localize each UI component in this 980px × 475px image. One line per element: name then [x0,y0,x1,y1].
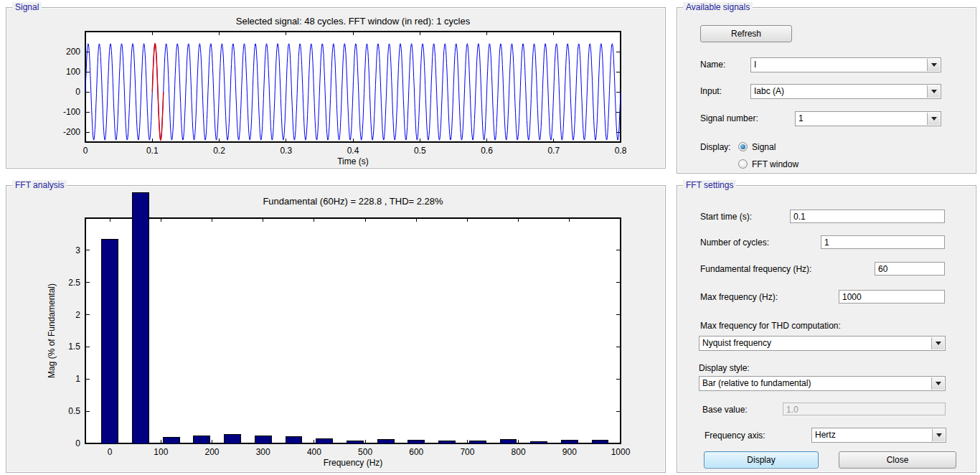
svg-text:0.5: 0.5 [68,406,80,416]
svg-text:200: 200 [66,47,80,57]
fundamental-frequency-label: Fundamental frequency (Hz): [700,264,811,274]
fundamental-frequency-input[interactable]: 60 [875,262,945,276]
svg-text:600: 600 [409,447,423,457]
close-button-label: Close [887,455,909,465]
svg-text:-100: -100 [63,107,80,117]
thd-max-frequency-dropdown-value: Nyquist frequency [702,338,771,348]
refresh-button[interactable]: Refresh [700,25,792,42]
svg-text:-200: -200 [63,127,80,137]
input-label: Input: [700,86,722,96]
signal-number-label: Signal number: [700,113,758,123]
max-frequency-input[interactable]: 1000 [839,290,945,304]
signal-number-dropdown-value: 1 [798,113,804,123]
signal-panel: Signal 00.10.20.30.40.50.60.70.8-200-100… [6,7,666,169]
svg-text:Time (s): Time (s) [337,156,369,166]
svg-text:Mag (% of Fundamental): Mag (% of Fundamental) [47,283,57,378]
max-frequency-label: Max frequency (Hz): [700,292,778,302]
name-dropdown-value: I [754,60,756,70]
fft-analysis-panel: FFT analysis 010020030040050060070080090… [6,185,666,473]
display-button[interactable]: Display [704,451,819,469]
fft-settings-panel: FFT settings Start time (s): 0.1 Number … [677,185,976,473]
svg-text:1: 1 [75,374,80,384]
svg-text:2: 2 [75,310,80,320]
chevron-down-icon[interactable] [927,113,940,125]
svg-text:100: 100 [154,447,168,457]
svg-text:0: 0 [108,447,113,457]
signal-plot: 00.10.20.30.40.50.60.70.8-200-1000100200… [6,8,665,168]
svg-text:800: 800 [512,447,526,457]
svg-text:0: 0 [83,146,88,156]
fft-spectrum-plot: 0100200300400500600700800900100000.511.5… [6,186,665,472]
display-label: Display: [700,142,731,152]
display-fft-window-radio[interactable] [738,159,748,169]
svg-text:0.6: 0.6 [481,146,493,156]
display-style-dropdown-value: Bar (relative to fundamental) [702,378,811,388]
base-value-label: Base value: [702,405,748,415]
svg-text:2.5: 2.5 [68,278,80,288]
display-style-label: Display style: [699,363,750,373]
fft-analysis-tool-window: Signal 00.10.20.30.40.50.60.70.8-200-100… [0,0,980,475]
svg-text:0: 0 [75,438,80,448]
svg-text:1.5: 1.5 [68,342,80,352]
svg-text:0.1: 0.1 [146,146,159,156]
frequency-axis-dropdown[interactable]: Hertz [811,428,946,443]
close-button[interactable]: Close [839,451,956,469]
svg-text:0.8: 0.8 [615,146,627,156]
chevron-down-icon[interactable] [927,85,940,98]
svg-text:400: 400 [307,447,321,457]
display-signal-radio[interactable] [738,142,748,151]
svg-text:1000: 1000 [611,447,631,457]
display-signal-radio-label: Signal [752,142,776,152]
svg-text:0.3: 0.3 [280,146,292,156]
frequency-axis-label: Frequency axis: [705,431,765,441]
name-dropdown[interactable]: I [750,57,941,72]
chevron-down-icon[interactable] [931,337,944,349]
frequency-axis-dropdown-value: Hertz [815,430,836,440]
svg-text:0: 0 [75,87,80,97]
svg-text:Frequency (Hz): Frequency (Hz) [324,458,383,468]
chevron-down-icon[interactable] [931,377,944,390]
svg-text:Selected signal: 48 cycles. FF: Selected signal: 48 cycles. FFT window (… [236,16,471,27]
number-of-cycles-input[interactable]: 1 [821,235,945,249]
svg-text:300: 300 [256,447,270,457]
input-dropdown-value: Iabc (A) [754,86,784,96]
number-of-cycles-label: Number of cycles: [700,238,769,248]
svg-text:0.4: 0.4 [347,146,359,156]
svg-text:700: 700 [460,447,474,457]
fft-settings-panel-label: FFT settings [683,180,736,190]
base-value-input: 1.0 [783,403,946,415]
svg-text:Fundamental (60Hz) = 228.8 , T: Fundamental (60Hz) = 228.8 , THD= 2.28% [263,196,443,207]
svg-text:0.2: 0.2 [213,146,225,156]
svg-text:0.7: 0.7 [547,146,560,156]
name-label: Name: [700,60,725,70]
svg-text:3: 3 [75,245,80,255]
svg-text:100: 100 [66,67,80,77]
chevron-down-icon[interactable] [927,59,940,71]
refresh-button-label: Refresh [731,29,761,39]
thd-max-frequency-label: Max frequency for THD computation: [700,321,841,331]
available-signals-panel: Available signals Refresh Name: I Input:… [677,7,976,174]
svg-text:900: 900 [562,447,577,457]
display-style-dropdown[interactable]: Bar (relative to fundamental) [699,376,946,391]
svg-text:200: 200 [205,447,220,457]
display-button-label: Display [747,455,775,465]
svg-text:0.5: 0.5 [414,146,426,156]
available-signals-panel-label: Available signals [683,2,753,12]
start-time-label: Start time (s): [700,212,752,222]
start-time-input[interactable]: 0.1 [790,210,945,223]
chevron-down-icon[interactable] [932,429,945,441]
svg-text:500: 500 [358,447,372,457]
input-dropdown[interactable]: Iabc (A) [750,84,941,99]
display-fft-window-radio-label: FFT window [752,159,798,169]
thd-max-frequency-dropdown[interactable]: Nyquist frequency [699,336,946,351]
signal-number-dropdown[interactable]: 1 [795,111,941,126]
